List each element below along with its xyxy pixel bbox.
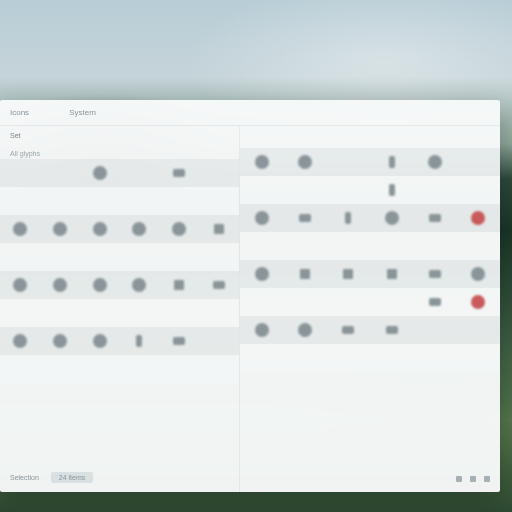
empty-cell	[40, 355, 80, 383]
bar-icon-cell[interactable]	[159, 327, 199, 355]
bar-icon	[172, 334, 186, 348]
right-heading	[240, 126, 500, 148]
tall-icon-cell[interactable]	[327, 204, 370, 232]
empty-cell	[240, 176, 283, 204]
empty-cell	[40, 159, 80, 187]
round-icon-cell[interactable]	[240, 260, 283, 288]
round-icon-cell[interactable]	[457, 260, 500, 288]
round-icon-cell[interactable]	[40, 327, 80, 355]
round-icon	[255, 211, 269, 225]
round-icon-cell[interactable]	[240, 204, 283, 232]
bar-icon	[428, 211, 442, 225]
grid-icon-cell[interactable]	[327, 260, 370, 288]
round-icon-cell[interactable]	[283, 148, 326, 176]
bar-icon-cell[interactable]	[413, 288, 456, 316]
grid-icon	[298, 267, 312, 281]
tall-icon-cell[interactable]	[119, 327, 159, 355]
bar-icon-cell[interactable]	[413, 204, 456, 232]
empty-cell	[159, 243, 199, 271]
round-icon	[93, 278, 107, 292]
left-heading: Set	[0, 126, 239, 148]
pager-dot-icon[interactable]	[470, 476, 476, 482]
round-icon-cell[interactable]	[40, 215, 80, 243]
round-icon-cell[interactable]	[80, 327, 120, 355]
empty-cell	[413, 316, 456, 344]
circle-icon-cell[interactable]	[80, 159, 120, 187]
round-icon	[298, 155, 312, 169]
bar-icon-cell[interactable]	[199, 271, 239, 299]
left-pane: Set All glyphs Selection 24 items	[0, 126, 240, 492]
tall-icon-cell[interactable]	[370, 176, 413, 204]
empty-cell	[0, 243, 40, 271]
round-icon-cell[interactable]	[240, 316, 283, 344]
red-icon-cell[interactable]	[457, 204, 500, 232]
round-icon	[93, 334, 107, 348]
round-icon-cell[interactable]	[119, 271, 159, 299]
bar-icon	[212, 278, 226, 292]
empty-cell	[283, 176, 326, 204]
red-icon	[471, 295, 485, 309]
round-icon-cell[interactable]	[0, 215, 40, 243]
empty-cell	[40, 187, 80, 215]
round-icon	[53, 222, 67, 236]
grid-icon	[341, 267, 355, 281]
round-icon-cell[interactable]	[80, 215, 120, 243]
round-icon-cell[interactable]	[0, 271, 40, 299]
round-icon-cell[interactable]	[0, 327, 40, 355]
window-header: Icons System	[0, 100, 500, 126]
round-icon-cell[interactable]	[159, 215, 199, 243]
footer-label: Selection	[10, 474, 39, 481]
empty-cell	[80, 187, 120, 215]
bar-icon-cell[interactable]	[413, 260, 456, 288]
round-icon	[471, 267, 485, 281]
right-icon-grid	[240, 148, 500, 466]
left-subheading: All glyphs	[0, 148, 239, 159]
empty-cell	[119, 159, 159, 187]
pager-dot-icon[interactable]	[484, 476, 490, 482]
empty-cell	[80, 299, 120, 327]
empty-cell	[80, 243, 120, 271]
grid-icon-cell[interactable]	[370, 260, 413, 288]
pager-dot-icon[interactable]	[456, 476, 462, 482]
bar-icon-cell[interactable]	[159, 159, 199, 187]
grid-icon-cell[interactable]	[283, 260, 326, 288]
empty-cell	[0, 187, 40, 215]
grid-icon	[172, 278, 186, 292]
empty-cell	[370, 344, 413, 372]
round-icon	[13, 334, 27, 348]
tall-icon-cell[interactable]	[370, 148, 413, 176]
tall-icon	[385, 183, 399, 197]
round-icon	[428, 155, 442, 169]
empty-cell	[199, 187, 239, 215]
left-footer: Selection 24 items	[0, 462, 239, 492]
round-icon-cell[interactable]	[413, 148, 456, 176]
empty-cell	[327, 232, 370, 260]
round-icon-cell[interactable]	[40, 271, 80, 299]
round-icon-cell[interactable]	[283, 316, 326, 344]
round-icon	[13, 278, 27, 292]
round-icon-cell[interactable]	[119, 215, 159, 243]
empty-cell	[413, 176, 456, 204]
bar-icon-cell[interactable]	[370, 316, 413, 344]
bar-icon-cell[interactable]	[283, 204, 326, 232]
round-icon-cell[interactable]	[80, 271, 120, 299]
bar-icon-cell[interactable]	[327, 316, 370, 344]
empty-cell	[199, 159, 239, 187]
red-icon-cell[interactable]	[457, 288, 500, 316]
round-icon	[255, 323, 269, 337]
grid-icon-cell[interactable]	[159, 271, 199, 299]
round-icon	[53, 334, 67, 348]
red-icon	[471, 211, 485, 225]
round-icon-cell[interactable]	[370, 204, 413, 232]
round-icon-cell[interactable]	[240, 148, 283, 176]
empty-cell	[327, 344, 370, 372]
grid-icon-cell[interactable]	[199, 215, 239, 243]
empty-cell	[413, 232, 456, 260]
empty-cell	[370, 288, 413, 316]
round-icon	[298, 323, 312, 337]
empty-cell	[283, 288, 326, 316]
empty-cell	[457, 176, 500, 204]
round-icon	[13, 222, 27, 236]
window-title: Icons	[10, 108, 29, 117]
empty-cell	[240, 288, 283, 316]
